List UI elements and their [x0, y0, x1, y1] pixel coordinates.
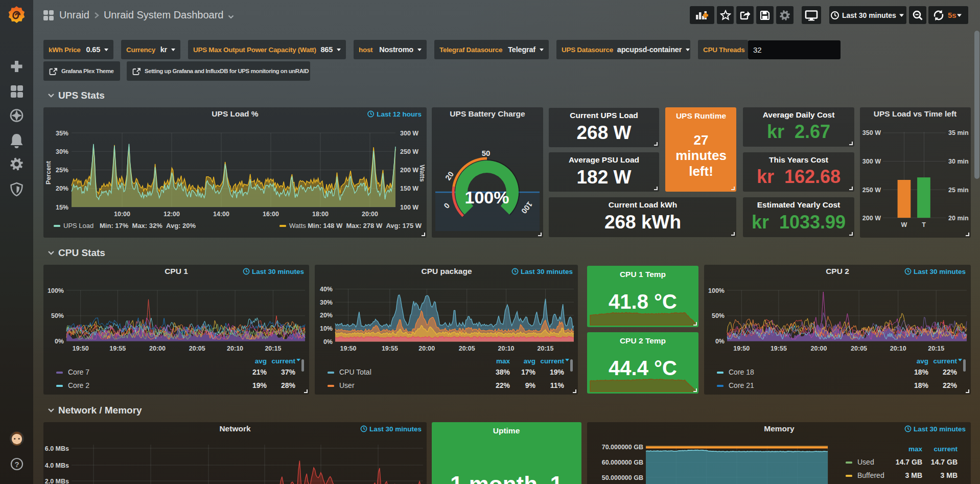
svg-text:30 min: 30 min: [948, 158, 969, 165]
svg-text:25 min: 25 min: [948, 187, 969, 194]
svg-text:UPS Battery Charge: UPS Battery Charge: [450, 109, 525, 118]
svg-text:UPS Runtime: UPS Runtime: [676, 111, 727, 120]
svg-text:20:15: 20:15: [928, 345, 944, 352]
svg-text:left!: left!: [689, 164, 713, 179]
svg-text:100%: 100%: [708, 287, 725, 294]
svg-text:current: current: [271, 357, 295, 365]
svg-text:40%: 40%: [320, 286, 333, 293]
svg-text:35%: 35%: [56, 130, 68, 137]
svg-text:Core 18: Core 18: [729, 368, 754, 376]
svg-text:20%: 20%: [56, 185, 68, 192]
svg-text:3 MB: 3 MB: [941, 471, 958, 479]
svg-text:38%: 38%: [496, 368, 510, 376]
svg-text:current: current: [933, 357, 957, 365]
svg-text:kr 2.67: kr 2.67: [767, 121, 830, 142]
svg-text:Last 30 minutes: Last 30 minutes: [842, 11, 896, 19]
svg-text:Memory: Memory: [764, 424, 795, 433]
svg-text:20:10: 20:10: [498, 345, 515, 352]
svg-text:2.0 MBs: 2.0 MBs: [45, 478, 69, 484]
svg-text:0%: 0%: [55, 338, 64, 345]
svg-text:Uptime: Uptime: [493, 426, 520, 435]
svg-text:CPU package: CPU package: [421, 267, 472, 275]
svg-text:19:55: 19:55: [109, 345, 126, 352]
svg-text:4.0 MBs: 4.0 MBs: [45, 462, 69, 469]
svg-text:20:10: 20:10: [227, 345, 243, 352]
svg-text:14.7 GB: 14.7 GB: [896, 458, 922, 466]
svg-text:10%: 10%: [320, 325, 333, 332]
svg-text:20:00: 20:00: [418, 345, 435, 352]
svg-text:minutes: minutes: [675, 148, 727, 163]
svg-text:18%: 18%: [914, 381, 929, 389]
svg-text:21%: 21%: [252, 368, 267, 376]
svg-text:kr 162.68: kr 162.68: [757, 166, 841, 187]
svg-text:3 MB: 3 MB: [905, 471, 922, 479]
svg-text:19:55: 19:55: [382, 345, 398, 352]
svg-text:30%: 30%: [56, 148, 68, 155]
svg-text:350 W: 350 W: [862, 129, 881, 136]
svg-text:CPU 2 Temp: CPU 2 Temp: [620, 336, 666, 345]
svg-text:20:00: 20:00: [811, 345, 827, 352]
svg-text:current: current: [934, 445, 958, 453]
svg-text:Used: Used: [857, 458, 874, 466]
svg-text:20:00: 20:00: [149, 345, 166, 352]
svg-text:Last 30 minutes: Last 30 minutes: [914, 425, 966, 433]
svg-text:150 W: 150 W: [400, 185, 418, 192]
svg-text:current: current: [540, 357, 564, 365]
svg-text:This Years Cost: This Years Cost: [769, 155, 828, 164]
svg-text:250 W: 250 W: [400, 148, 418, 155]
svg-text:Average Daily Cost: Average Daily Cost: [763, 110, 835, 119]
svg-text:9%: 9%: [525, 381, 536, 389]
svg-text:27: 27: [694, 132, 709, 148]
svg-text:Core 7: Core 7: [68, 368, 89, 376]
svg-text:5s: 5s: [948, 11, 956, 19]
svg-text:11%: 11%: [550, 381, 565, 389]
svg-text:19%: 19%: [252, 381, 267, 389]
svg-text:?: ?: [14, 460, 19, 469]
svg-text:14.7 GB: 14.7 GB: [931, 458, 958, 466]
svg-text:UPS Load: UPS Load: [63, 222, 94, 229]
svg-text:12:00: 12:00: [164, 211, 180, 218]
svg-text:CPU 2: CPU 2: [826, 267, 849, 275]
svg-text:14:00: 14:00: [213, 211, 229, 218]
svg-text:Network: Network: [219, 424, 251, 433]
svg-text:Watts: Watts: [289, 222, 306, 229]
svg-text:30%: 30%: [320, 299, 333, 306]
svg-text:Last 30 minutes: Last 30 minutes: [369, 425, 422, 433]
svg-text:Last 12 hours: Last 12 hours: [377, 110, 422, 118]
svg-text:10:00: 10:00: [114, 211, 130, 218]
svg-text:50%: 50%: [712, 312, 725, 319]
svg-text:Core 2: Core 2: [68, 381, 89, 389]
svg-text:60.000000 GB: 60.000000 GB: [602, 459, 643, 466]
svg-text:19:50: 19:50: [73, 345, 89, 352]
svg-text:15%: 15%: [56, 204, 68, 211]
svg-text:182 W: 182 W: [577, 167, 632, 188]
svg-text:6.0 MBs: 6.0 MBs: [45, 445, 69, 452]
svg-text:Last 30 minutes: Last 30 minutes: [914, 268, 966, 275]
svg-text:Last 30 minutes: Last 30 minutes: [252, 268, 304, 275]
svg-text:20:05: 20:05: [851, 345, 867, 352]
svg-text:UPS Load %: UPS Load %: [212, 109, 259, 118]
svg-text:UPS Load vs Time left: UPS Load vs Time left: [874, 109, 957, 118]
svg-text:User: User: [339, 381, 355, 389]
svg-text:20:05: 20:05: [459, 345, 475, 352]
svg-text:T: T: [922, 221, 926, 228]
svg-text:35 min: 35 min: [948, 129, 969, 136]
svg-text:Current Load kWh: Current Load kWh: [609, 200, 677, 209]
svg-text:200 W: 200 W: [862, 215, 881, 222]
svg-text:19:50: 19:50: [733, 345, 750, 352]
svg-text:28%: 28%: [281, 381, 296, 389]
svg-text:Core 21: Core 21: [729, 381, 754, 389]
svg-text:300 W: 300 W: [400, 130, 418, 137]
svg-text:20:15: 20:15: [265, 345, 281, 352]
svg-text:20%: 20%: [320, 312, 333, 319]
svg-text:max: max: [908, 445, 923, 453]
svg-text:25%: 25%: [56, 167, 68, 174]
svg-text:18:00: 18:00: [312, 211, 329, 218]
svg-text:kr 1033.99: kr 1033.99: [752, 212, 846, 233]
svg-text:Current UPS Load: Current UPS Load: [570, 111, 638, 120]
svg-text:100 W: 100 W: [400, 204, 418, 211]
svg-text:22%: 22%: [943, 368, 958, 376]
svg-text:Last 30 minutes: Last 30 minutes: [521, 268, 573, 275]
svg-text:20: 20: [444, 170, 455, 181]
svg-text:22%: 22%: [496, 381, 510, 389]
